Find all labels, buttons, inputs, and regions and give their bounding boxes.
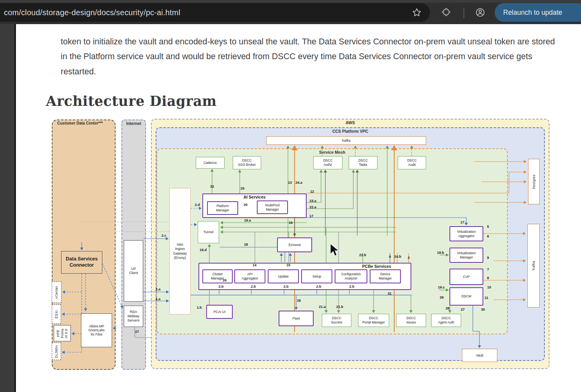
url-bar[interactable]: com/cloud/storage-design/docs/security/p… [0,3,430,22]
edge-number-label: 15 [286,263,290,267]
edge-number-label: 3 [407,256,409,260]
edge-number-label: 9 [487,256,489,260]
diagram-number-labels: 32251324.a1223.a22.a17202.d19.a161819.d2… [46,115,551,373]
edge-number-label: 19.a [244,218,251,222]
edge-number-label: 4 [389,255,391,258]
edge-number-label: 19.b [437,251,444,255]
edge-number-label: 2.b [218,285,223,288]
browser-toolbar: com/cloud/storage-design/docs/security/p… [0,0,581,24]
mouse-cursor [330,243,340,257]
url-text[interactable]: com/cloud/storage-design/docs/security/p… [4,8,180,17]
extensions-icon[interactable] [442,7,451,17]
edge-number-label: 29 [440,295,444,299]
edge-number-label: 2.a [156,287,161,291]
edge-number-label: 21.a [319,305,326,309]
edge-number-label: 2.b [349,285,354,288]
edge-number-label: 16 [289,221,293,225]
edge-number-label: 12 [310,190,314,193]
doc-paragraph: token to initialize the vault and encode… [61,34,556,79]
edge-number-label: 17 [309,214,313,218]
edge-number-label: 24.a [295,181,302,185]
edge-number-label: 25 [240,186,244,190]
edge-number-label: 28 [446,306,449,310]
edge-number-label: 1.a [156,297,161,301]
edge-number-label: 17 [460,220,464,224]
edge-number-label: 19.d [200,248,207,252]
edge-number-label: 27 [461,308,465,311]
edge-number-label: 21.b [336,305,343,309]
edge-number-label: 31 [388,292,391,295]
edge-number-label: 30 [481,308,485,311]
edge-number-label: 2.b [251,285,256,288]
edge-number-label: 2.b [283,285,288,288]
toolbar-separator [463,8,464,18]
edge-number-label: 2.d [195,203,200,207]
edge-number-label: 26 [297,299,301,302]
edge-number-label: 14 [253,263,256,267]
edge-number-label: 2.c [161,234,167,237]
edge-number-label: 5 [487,225,489,229]
edge-number-label: 22.a [309,205,316,209]
relaunch-button[interactable]: Relaunch to update [495,3,581,22]
window-side-strip [0,24,14,392]
edge-number-label: 6 [487,234,489,238]
architecture-diagram: Customer Data Center***InternetAWSCCS Pl… [46,115,551,373]
edge-number-label: 1.b [197,306,202,309]
profile-icon[interactable] [475,7,485,18]
edge-number-label: 8 [487,276,489,280]
edge-number-label: 23.a [309,199,316,203]
edge-number-label: 11 [484,296,488,300]
edge-number-label: 24.b [394,255,401,258]
edge-number-label: 19.c [438,285,445,289]
edge-number-label: 18 [244,243,248,246]
edge-number-label: 2.b [316,285,321,288]
edge-number-label: 20 [244,203,247,207]
edge-number-label: 32 [210,185,214,188]
edge-number-label: 26 [223,278,226,282]
edge-number-label: 27 [135,330,139,334]
edge-number-label: 13 [288,181,292,185]
window-edge-seam [14,24,16,392]
page-title: Architecture Diagram [46,93,217,109]
edge-number-label: 22.b [359,253,366,257]
bookmark-star-icon[interactable] [412,8,421,17]
window-top-strip [0,0,581,3]
edge-number-label: 7 [487,267,489,271]
edge-number-label: 10 [487,285,491,289]
